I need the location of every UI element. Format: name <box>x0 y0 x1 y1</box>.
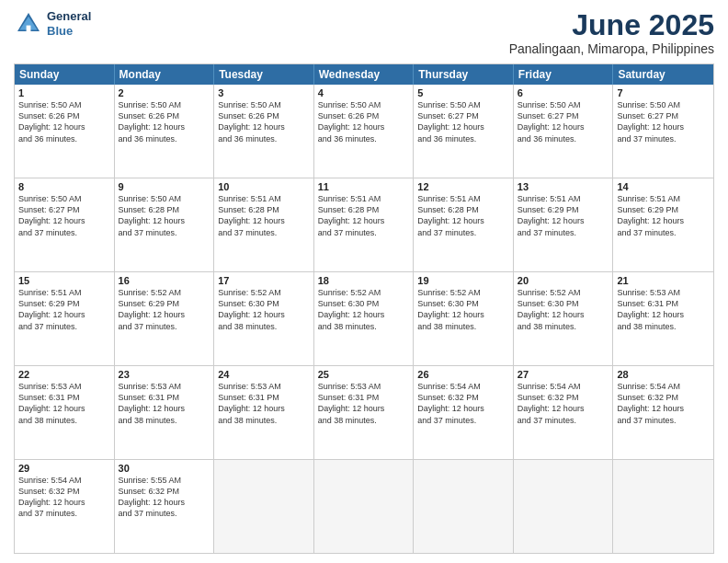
day-number: 1 <box>18 87 110 98</box>
calendar-cell: 5Sunrise: 5:50 AM Sunset: 6:27 PM Daylig… <box>414 85 514 178</box>
cell-info: Sunrise: 5:54 AM Sunset: 6:32 PM Dayligh… <box>417 381 509 426</box>
logo: General Blue <box>14 9 91 39</box>
calendar-cell: 28Sunrise: 5:54 AM Sunset: 6:32 PM Dayli… <box>613 366 713 459</box>
cell-info: Sunrise: 5:53 AM Sunset: 6:31 PM Dayligh… <box>617 287 710 332</box>
day-number: 30 <box>119 463 210 474</box>
cell-info: Sunrise: 5:50 AM Sunset: 6:27 PM Dayligh… <box>417 99 509 144</box>
day-number: 19 <box>417 275 509 286</box>
calendar-header: Sunday Monday Tuesday Wednesday Thursday… <box>15 64 713 85</box>
calendar-cell: 3Sunrise: 5:50 AM Sunset: 6:26 PM Daylig… <box>214 85 314 178</box>
calendar-cell: 30Sunrise: 5:55 AM Sunset: 6:32 PM Dayli… <box>115 460 215 553</box>
calendar-cell: 24Sunrise: 5:53 AM Sunset: 6:31 PM Dayli… <box>214 366 314 459</box>
calendar-row-1: 1Sunrise: 5:50 AM Sunset: 6:26 PM Daylig… <box>15 85 713 178</box>
calendar-cell: 1Sunrise: 5:50 AM Sunset: 6:26 PM Daylig… <box>15 85 115 178</box>
cell-info: Sunrise: 5:50 AM Sunset: 6:26 PM Dayligh… <box>18 99 110 144</box>
calendar-cell: 29Sunrise: 5:54 AM Sunset: 6:32 PM Dayli… <box>15 460 115 553</box>
logo-icon <box>14 9 43 39</box>
day-number: 20 <box>518 275 609 286</box>
day-number: 5 <box>417 87 509 98</box>
calendar-cell: 25Sunrise: 5:53 AM Sunset: 6:31 PM Dayli… <box>314 366 415 459</box>
cell-info: Sunrise: 5:51 AM Sunset: 6:28 PM Dayligh… <box>417 193 509 238</box>
day-number: 25 <box>318 369 410 380</box>
cell-info: Sunrise: 5:50 AM Sunset: 6:26 PM Dayligh… <box>119 99 210 144</box>
header-monday: Monday <box>115 64 215 85</box>
day-number: 13 <box>518 181 609 192</box>
cell-info: Sunrise: 5:51 AM Sunset: 6:28 PM Dayligh… <box>218 193 310 238</box>
cell-info: Sunrise: 5:52 AM Sunset: 6:30 PM Dayligh… <box>417 287 509 332</box>
calendar-cell: 6Sunrise: 5:50 AM Sunset: 6:27 PM Daylig… <box>514 85 614 178</box>
calendar-cell <box>613 460 713 553</box>
cell-info: Sunrise: 5:54 AM Sunset: 6:32 PM Dayligh… <box>617 381 710 426</box>
title-block: June 2025 Panalingaan, Mimaropa, Philipp… <box>509 9 714 56</box>
calendar-row-3: 15Sunrise: 5:51 AM Sunset: 6:29 PM Dayli… <box>15 271 713 365</box>
calendar-cell: 16Sunrise: 5:52 AM Sunset: 6:29 PM Dayli… <box>115 272 215 365</box>
day-number: 4 <box>318 87 410 98</box>
calendar-row-2: 8Sunrise: 5:50 AM Sunset: 6:27 PM Daylig… <box>15 178 713 271</box>
day-number: 15 <box>18 275 110 286</box>
calendar-cell: 15Sunrise: 5:51 AM Sunset: 6:29 PM Dayli… <box>15 272 115 365</box>
cell-info: Sunrise: 5:52 AM Sunset: 6:30 PM Dayligh… <box>318 287 410 332</box>
calendar-cell: 4Sunrise: 5:50 AM Sunset: 6:26 PM Daylig… <box>314 85 415 178</box>
calendar-cell: 2Sunrise: 5:50 AM Sunset: 6:26 PM Daylig… <box>115 85 215 178</box>
cell-info: Sunrise: 5:52 AM Sunset: 6:29 PM Dayligh… <box>119 287 210 332</box>
calendar-cell: 12Sunrise: 5:51 AM Sunset: 6:28 PM Dayli… <box>414 178 514 271</box>
calendar-row-5: 29Sunrise: 5:54 AM Sunset: 6:32 PM Dayli… <box>15 459 713 553</box>
day-number: 27 <box>518 369 609 380</box>
header-wednesday: Wednesday <box>314 64 415 85</box>
calendar-cell <box>514 460 614 553</box>
logo-text: General Blue <box>47 9 91 38</box>
calendar-cell: 26Sunrise: 5:54 AM Sunset: 6:32 PM Dayli… <box>414 366 514 459</box>
cell-info: Sunrise: 5:50 AM Sunset: 6:26 PM Dayligh… <box>318 99 410 144</box>
calendar-cell <box>414 460 514 553</box>
day-number: 9 <box>119 181 210 192</box>
calendar-cell: 19Sunrise: 5:52 AM Sunset: 6:30 PM Dayli… <box>414 272 514 365</box>
cell-info: Sunrise: 5:52 AM Sunset: 6:30 PM Dayligh… <box>218 287 310 332</box>
calendar-cell: 11Sunrise: 5:51 AM Sunset: 6:28 PM Dayli… <box>314 178 415 271</box>
header-saturday: Saturday <box>613 64 713 85</box>
day-number: 28 <box>617 369 710 380</box>
location-subtitle: Panalingaan, Mimaropa, Philippines <box>509 41 714 56</box>
cell-info: Sunrise: 5:53 AM Sunset: 6:31 PM Dayligh… <box>218 381 310 426</box>
cell-info: Sunrise: 5:51 AM Sunset: 6:29 PM Dayligh… <box>518 193 609 238</box>
calendar-cell: 22Sunrise: 5:53 AM Sunset: 6:31 PM Dayli… <box>15 366 115 459</box>
calendar-cell: 27Sunrise: 5:54 AM Sunset: 6:32 PM Dayli… <box>514 366 614 459</box>
calendar-cell: 23Sunrise: 5:53 AM Sunset: 6:31 PM Dayli… <box>115 366 215 459</box>
calendar: Sunday Monday Tuesday Wednesday Thursday… <box>14 63 714 554</box>
cell-info: Sunrise: 5:50 AM Sunset: 6:27 PM Dayligh… <box>518 99 609 144</box>
cell-info: Sunrise: 5:54 AM Sunset: 6:32 PM Dayligh… <box>18 475 110 520</box>
day-number: 3 <box>218 87 310 98</box>
day-number: 6 <box>518 87 609 98</box>
cell-info: Sunrise: 5:50 AM Sunset: 6:27 PM Dayligh… <box>617 99 710 144</box>
day-number: 17 <box>218 275 310 286</box>
header-thursday: Thursday <box>414 64 514 85</box>
calendar-page: General Blue June 2025 Panalingaan, Mima… <box>0 0 728 563</box>
calendar-cell: 20Sunrise: 5:52 AM Sunset: 6:30 PM Dayli… <box>514 272 614 365</box>
svg-rect-2 <box>27 26 31 31</box>
calendar-cell: 8Sunrise: 5:50 AM Sunset: 6:27 PM Daylig… <box>15 178 115 271</box>
calendar-cell: 7Sunrise: 5:50 AM Sunset: 6:27 PM Daylig… <box>613 85 713 178</box>
day-number: 18 <box>318 275 410 286</box>
day-number: 26 <box>417 369 509 380</box>
day-number: 10 <box>218 181 310 192</box>
day-number: 12 <box>417 181 509 192</box>
cell-info: Sunrise: 5:50 AM Sunset: 6:26 PM Dayligh… <box>218 99 310 144</box>
cell-info: Sunrise: 5:51 AM Sunset: 6:29 PM Dayligh… <box>617 193 710 238</box>
cell-info: Sunrise: 5:53 AM Sunset: 6:31 PM Dayligh… <box>318 381 410 426</box>
day-number: 24 <box>218 369 310 380</box>
calendar-cell: 17Sunrise: 5:52 AM Sunset: 6:30 PM Dayli… <box>214 272 314 365</box>
cell-info: Sunrise: 5:51 AM Sunset: 6:29 PM Dayligh… <box>18 287 110 332</box>
day-number: 16 <box>119 275 210 286</box>
header-friday: Friday <box>514 64 614 85</box>
cell-info: Sunrise: 5:53 AM Sunset: 6:31 PM Dayligh… <box>18 381 110 426</box>
header-tuesday: Tuesday <box>214 64 314 85</box>
cell-info: Sunrise: 5:52 AM Sunset: 6:30 PM Dayligh… <box>518 287 609 332</box>
month-title: June 2025 <box>509 9 714 41</box>
day-number: 23 <box>119 369 210 380</box>
cell-info: Sunrise: 5:50 AM Sunset: 6:27 PM Dayligh… <box>18 193 110 238</box>
day-number: 2 <box>119 87 210 98</box>
day-number: 11 <box>318 181 410 192</box>
cell-info: Sunrise: 5:50 AM Sunset: 6:28 PM Dayligh… <box>119 193 210 238</box>
calendar-cell: 13Sunrise: 5:51 AM Sunset: 6:29 PM Dayli… <box>514 178 614 271</box>
day-number: 8 <box>18 181 110 192</box>
calendar-cell <box>314 460 415 553</box>
